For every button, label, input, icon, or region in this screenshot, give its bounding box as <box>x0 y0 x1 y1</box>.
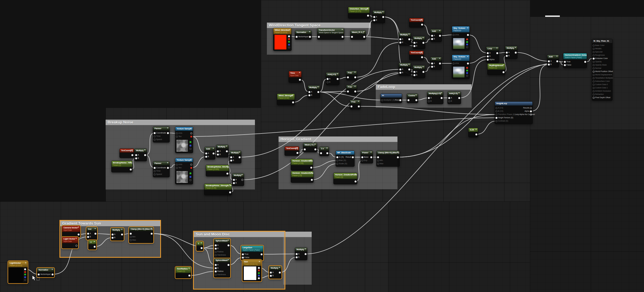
add-b-collapse-icon[interactable]: ▼ <box>439 57 441 59</box>
pin-o0[interactable] <box>370 156 372 158</box>
pin-o0[interactable] <box>144 154 146 156</box>
pin-i0[interactable] <box>327 78 329 80</box>
pin-i0[interactable] <box>431 35 433 37</box>
power-collapse-icon[interactable]: ▼ <box>370 151 372 153</box>
lightvector-param-header[interactable]: LightVectorParam (0,0,0,0)▲ <box>8 261 27 267</box>
pin-o0[interactable] <box>530 107 532 109</box>
add-d-collapse-icon[interactable]: ▼ <box>212 147 214 149</box>
power[interactable]: Power▼BaseExp <box>361 151 373 163</box>
multiply-o-collapse-icon[interactable]: ▼ <box>304 248 306 250</box>
pin-o0[interactable] <box>458 97 460 99</box>
pin-o0[interactable] <box>239 156 241 158</box>
multiply-e-collapse-icon[interactable]: ▼ <box>422 66 424 68</box>
mask-rg[interactable]: Mask ( R G )▼ <box>350 30 366 40</box>
pin-i0[interactable] <box>270 272 272 274</box>
const-neg-1-header[interactable]: -1▼ <box>89 240 96 244</box>
sunradius[interactable]: SunRadiusParam (1)▼ <box>175 267 191 278</box>
pi[interactable]: PiMultiplier (S)Result <box>380 94 402 103</box>
pin-p2[interactable] <box>190 179 191 181</box>
pin-i0[interactable] <box>428 97 430 99</box>
add-d-header[interactable]: Add▼ <box>205 147 215 151</box>
pin-p1[interactable] <box>288 38 290 40</box>
pin-i5[interactable] <box>593 61 595 63</box>
pin-p4[interactable] <box>288 46 290 48</box>
frac-1-header[interactable]: Frac▼ <box>346 71 357 75</box>
sky-texture-2-collapse-icon[interactable]: ▲ <box>467 55 469 57</box>
clamp-b-collapse-icon[interactable]: ▼ <box>150 228 152 229</box>
pin-o0[interactable] <box>305 253 307 255</box>
add-05-a[interactable]: Add(,0.5)▼AB <box>326 72 339 85</box>
pin-o0[interactable] <box>367 15 369 17</box>
pin-i1[interactable] <box>205 156 207 158</box>
pin-i0[interactable] <box>304 148 306 150</box>
pin-o0[interactable] <box>415 99 417 101</box>
pin-i0[interactable] <box>320 152 322 154</box>
pin-i6[interactable] <box>593 64 595 66</box>
pin-o0[interactable] <box>261 253 263 255</box>
pin-p0[interactable] <box>466 67 468 69</box>
wind-direction-collapse-icon[interactable]: ▲ <box>289 29 291 30</box>
pin-i2[interactable] <box>154 173 156 175</box>
pin-i1[interactable] <box>564 64 566 66</box>
mask-g-header[interactable]: Mask ( G )▼ <box>303 143 317 147</box>
pin-i1[interactable] <box>448 100 450 102</box>
pin-i0[interactable] <box>130 233 132 235</box>
pin-p3[interactable] <box>24 276 26 278</box>
pin-o0[interactable] <box>314 148 316 150</box>
pin-o0[interactable] <box>556 60 558 62</box>
texcoord-d-collapse-icon[interactable]: ▼ <box>296 147 298 149</box>
add-05-a-collapse-icon[interactable]: ▼ <box>336 73 338 75</box>
texcoord-b-header[interactable]: TexCoord[0]▼ <box>409 51 424 55</box>
pin-i0[interactable] <box>487 52 489 54</box>
pin-i0[interactable] <box>377 156 379 158</box>
pin-p0[interactable] <box>288 35 290 37</box>
pin-o0[interactable] <box>190 164 192 166</box>
pin-o0[interactable] <box>228 264 229 266</box>
pin-i1[interactable] <box>487 55 489 57</box>
frac-1[interactable]: Frac▼ <box>346 71 357 80</box>
pin-i1[interactable] <box>308 94 310 96</box>
pin-o0[interactable] <box>363 36 365 38</box>
pin-o0[interactable] <box>296 152 298 154</box>
horizon-gradientscale-header[interactable]: Horizon_GradientScaleParam (1.8)▼ <box>291 171 313 177</box>
pin-i0[interactable] <box>347 91 349 92</box>
pin-o0[interactable] <box>397 156 399 158</box>
texture-sample-2[interactable]: Texture Sample▲UVsTex <box>175 158 193 184</box>
pin-o0[interactable] <box>317 91 319 93</box>
one-minus-x-collapse-icon[interactable]: ▼ <box>326 147 328 149</box>
pin-i0[interactable] <box>112 234 113 235</box>
lerp[interactable]: Lerp▼ABAlpha <box>486 46 499 63</box>
pin-o0[interactable] <box>78 234 80 235</box>
pin-o0[interactable] <box>503 71 504 73</box>
pin-i1[interactable] <box>336 160 338 161</box>
sun[interactable]: SunParam (10,6,2,1)▲ <box>242 260 261 281</box>
pin-o0[interactable] <box>311 179 313 181</box>
multiply-f[interactable]: Multiply▼AB <box>505 46 517 59</box>
pin-i0[interactable] <box>399 69 401 70</box>
dot-collapse-icon[interactable]: ▼ <box>94 228 96 229</box>
pin-o0[interactable] <box>441 97 443 99</box>
frac-3-collapse-icon[interactable]: ▼ <box>358 100 359 102</box>
pin-i1[interactable] <box>413 74 415 76</box>
add-05-b-collapse-icon[interactable]: ▼ <box>458 92 460 94</box>
pin-i1[interactable] <box>431 38 433 40</box>
pin-i0[interactable] <box>448 97 450 99</box>
texture-sample-2-collapse-icon[interactable]: ▲ <box>190 159 192 160</box>
pin-i2[interactable] <box>215 251 217 253</box>
add-05-b-header[interactable]: Add(,0.5)▼ <box>448 92 461 95</box>
pin-p2[interactable] <box>466 44 468 45</box>
wind-strength-header[interactable]: Wind_StrengthParam (0.02)▼ <box>277 94 295 100</box>
pin-o0[interactable] <box>121 234 123 235</box>
normalize-collapse-icon[interactable]: ▼ <box>309 31 311 33</box>
add-b-header[interactable]: Add▼ <box>431 57 441 61</box>
sunradius-header[interactable]: SunRadiusParam (1)▼ <box>176 267 191 273</box>
pin-o0[interactable] <box>439 35 441 37</box>
camera-vector-collapse-icon[interactable]: ▼ <box>77 226 79 228</box>
pin-i0[interactable] <box>399 38 401 40</box>
texcoord-d[interactable]: TexCoord[0]▼ <box>285 146 299 156</box>
pin-o0[interactable] <box>358 105 360 107</box>
multiply-a-header[interactable]: Multiply▼ <box>373 11 385 14</box>
pin-o0[interactable] <box>279 272 281 274</box>
multiply-g-header[interactable]: Multiply▼ <box>308 86 320 89</box>
multiply-i-collapse-icon[interactable]: ▼ <box>226 145 228 147</box>
